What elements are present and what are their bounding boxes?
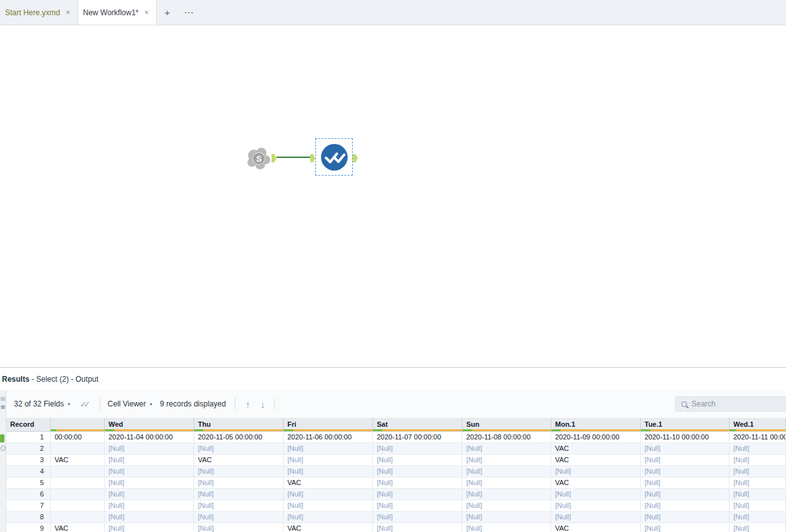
column-header-Sun[interactable]: Sun <box>462 418 551 431</box>
cell[interactable]: VAC <box>284 523 373 532</box>
cell[interactable]: [Null] <box>551 512 641 522</box>
fields-dropdown[interactable]: 32 of 32 Fields ▾ <box>14 399 70 408</box>
workflow-canvas[interactable]: S <box>0 26 786 367</box>
cell[interactable]: [Null] <box>462 523 551 532</box>
next-record-button[interactable]: ↓ <box>261 399 266 410</box>
close-icon[interactable]: × <box>66 9 70 16</box>
cell[interactable]: [Null] <box>641 466 730 477</box>
cell[interactable]: VAC <box>551 523 641 532</box>
column-header-Mon.1[interactable]: Mon.1 <box>551 418 641 431</box>
cell[interactable]: [Null] <box>373 477 462 488</box>
cell[interactable]: [Null] <box>194 512 284 522</box>
cell[interactable]: 2020-11-09 00:00:00 <box>551 432 641 443</box>
cell[interactable]: 00:00:00 <box>51 432 105 443</box>
input-data-tool[interactable]: S <box>245 145 273 172</box>
cell[interactable]: 2020-11-11 00:00:00 <box>730 432 786 443</box>
cell[interactable]: [Null] <box>194 443 284 454</box>
cell[interactable]: [Null] <box>730 500 786 511</box>
cell[interactable] <box>51 477 105 488</box>
cell[interactable]: [Null] <box>641 512 730 522</box>
tab-start-here[interactable]: Start Here.yxmd × <box>0 0 78 25</box>
cell[interactable]: [Null] <box>730 455 786 465</box>
cell[interactable]: [Null] <box>730 466 786 477</box>
cell[interactable]: VAC <box>51 455 105 465</box>
table-row[interactable]: 4[Null][Null][Null][Null][Null][Null][Nu… <box>6 466 786 477</box>
cell[interactable]: [Null] <box>730 523 786 532</box>
table-row[interactable]: 5[Null][Null]VAC[Null][Null]VAC[Null][Nu… <box>6 477 786 489</box>
cell[interactable]: [Null] <box>641 455 730 465</box>
cell[interactable]: [Null] <box>730 489 786 500</box>
cell[interactable]: [Null] <box>641 443 730 454</box>
cell[interactable]: [Null] <box>105 477 194 488</box>
cell[interactable]: [Null] <box>284 500 373 511</box>
close-icon[interactable]: × <box>145 9 149 16</box>
search-input[interactable] <box>691 399 780 408</box>
column-header-Record[interactable]: Record <box>6 418 51 431</box>
cell[interactable]: [Null] <box>105 512 194 522</box>
search-box[interactable] <box>675 396 786 412</box>
cell[interactable]: 2020-11-07 00:00:00 <box>373 432 462 443</box>
cell[interactable]: 2020-11-04 00:00:00 <box>105 432 194 443</box>
column-header-Wed.1[interactable]: Wed.1 <box>730 418 786 431</box>
cell[interactable]: [Null] <box>462 455 551 465</box>
cell[interactable]: [Null] <box>641 500 730 511</box>
cell[interactable]: [Null] <box>284 466 373 477</box>
profile-view-icon[interactable]: ▦ <box>1 404 6 410</box>
cell[interactable] <box>51 512 105 522</box>
cell[interactable] <box>51 489 105 500</box>
table-row[interactable]: 7[Null][Null][Null][Null][Null][Null][Nu… <box>6 500 786 512</box>
cell[interactable]: [Null] <box>194 489 284 500</box>
cell[interactable]: [Null] <box>373 512 462 522</box>
table-row[interactable]: 2[Null][Null][Null][Null][Null]VAC[Null]… <box>6 443 786 455</box>
cell[interactable]: VAC <box>51 523 105 532</box>
cell[interactable]: [Null] <box>373 523 462 532</box>
previous-record-button[interactable]: ↑ <box>246 399 251 410</box>
column-header-Tue.1[interactable]: Tue.1 <box>641 418 730 431</box>
connection-line[interactable] <box>277 157 313 158</box>
select-tool-selected[interactable] <box>315 138 353 176</box>
output-anchor[interactable] <box>353 154 358 162</box>
tab-new-workflow[interactable]: New Workflow1* × <box>78 0 157 25</box>
cell[interactable]: VAC <box>194 455 284 465</box>
cell[interactable]: [Null] <box>462 443 551 454</box>
cell[interactable]: VAC <box>551 455 641 465</box>
column-header-Sat[interactable]: Sat <box>373 418 462 431</box>
cell[interactable]: [Null] <box>105 489 194 500</box>
cell[interactable]: [Null] <box>105 466 194 477</box>
cell[interactable] <box>51 466 105 477</box>
cell[interactable]: [Null] <box>105 523 194 532</box>
cell[interactable] <box>51 500 105 511</box>
output-anchor[interactable] <box>272 154 277 162</box>
cell[interactable]: VAC <box>551 477 641 488</box>
cell[interactable]: [Null] <box>105 500 194 511</box>
new-workflow-button[interactable]: + <box>157 0 178 25</box>
cell[interactable] <box>51 443 105 454</box>
cell[interactable]: [Null] <box>641 477 730 488</box>
cell[interactable]: [Null] <box>373 466 462 477</box>
column-header-1[interactable] <box>51 418 105 431</box>
cell[interactable]: [Null] <box>194 466 284 477</box>
column-header-Thu[interactable]: Thu <box>194 418 284 431</box>
column-header-Fri[interactable]: Fri <box>284 418 373 431</box>
cell[interactable]: [Null] <box>462 477 551 488</box>
data-quality-toggle[interactable]: ✓✓ <box>80 399 91 409</box>
cell[interactable]: 2020-11-08 00:00:00 <box>462 432 551 443</box>
table-row[interactable]: 8[Null][Null][Null][Null][Null][Null][Nu… <box>6 512 786 523</box>
cell[interactable]: VAC <box>551 443 641 454</box>
tab-overflow-button[interactable]: ⋯ <box>178 0 200 25</box>
input-anchor[interactable] <box>310 154 315 162</box>
cell[interactable]: [Null] <box>462 512 551 522</box>
cell[interactable]: [Null] <box>194 477 284 488</box>
table-row[interactable]: 100:00:002020-11-04 00:00:002020-11-05 0… <box>6 432 786 443</box>
table-view-icon[interactable]: ▤ <box>1 396 6 402</box>
cell[interactable]: [Null] <box>730 512 786 522</box>
cell[interactable]: [Null] <box>284 489 373 500</box>
cell[interactable]: VAC <box>284 477 373 488</box>
cell[interactable]: [Null] <box>105 443 194 454</box>
cell[interactable]: [Null] <box>373 443 462 454</box>
cell[interactable]: [Null] <box>194 523 284 532</box>
cell[interactable]: [Null] <box>462 489 551 500</box>
cell[interactable]: [Null] <box>373 500 462 511</box>
table-row[interactable]: 3VAC[Null]VAC[Null][Null][Null]VAC[Null]… <box>6 455 786 466</box>
cell-viewer-dropdown[interactable]: Cell Viewer ▾ <box>108 399 152 408</box>
